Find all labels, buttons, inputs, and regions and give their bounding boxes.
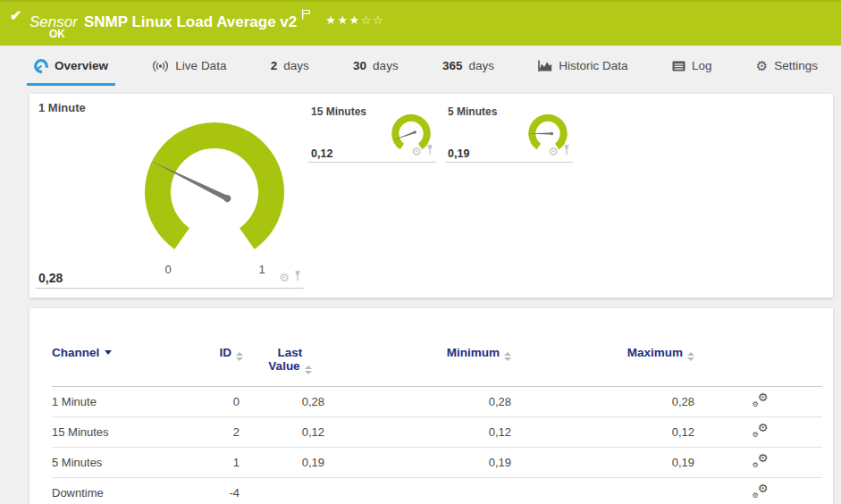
tab-2-days[interactable]: 2 days xyxy=(264,46,316,86)
channel-id: -4 xyxy=(209,478,245,504)
broadcast-icon xyxy=(152,60,169,72)
channel-name: Downtime xyxy=(52,478,209,504)
gauge-value: 0,19 xyxy=(448,147,469,160)
gauge-settings-icon[interactable]: ⚙ xyxy=(411,146,422,157)
log-icon xyxy=(672,61,685,71)
tab-30-days[interactable]: 30 days xyxy=(346,46,406,86)
channel-minimum: 0,12 xyxy=(335,417,515,448)
gauge-icon xyxy=(34,59,48,73)
tab-label: days xyxy=(468,59,494,72)
channel-name: 1 Minute xyxy=(52,387,209,417)
gauge-panel-5-minutes: 5 Minutes 0,19 ⚙ xyxy=(445,105,573,163)
sort-icon xyxy=(305,365,312,374)
channel-maximum: 0,19 xyxy=(515,448,698,478)
col-header-actions xyxy=(698,308,822,387)
gauge-value: 0,12 xyxy=(311,147,332,160)
col-header-minimum[interactable]: Minimum xyxy=(335,308,515,387)
channel-id: 0 xyxy=(209,387,245,417)
channel-maximum xyxy=(515,478,698,504)
channel-name: 15 Minutes xyxy=(52,417,209,448)
channel-last-value: 0,19 xyxy=(245,448,335,478)
tab-label: Overview xyxy=(55,59,108,72)
gauge-settings-icon[interactable]: ⚙ xyxy=(279,272,290,283)
tab-number: 2 xyxy=(271,59,278,72)
gauge-panel-15-minutes: 15 Minutes 0,12 ⚙ xyxy=(308,105,436,163)
tab-historic-data[interactable]: Historic Data xyxy=(531,46,635,86)
priority-stars[interactable]: ★★★☆☆ xyxy=(325,13,384,27)
channel-minimum: 0,28 xyxy=(335,387,515,417)
flag-icon[interactable] xyxy=(301,6,311,23)
tab-365-days[interactable]: 365 days xyxy=(435,46,501,86)
gauges-panel: 1 Minute 0 1 0,28 ⚙ 15 Minutes xyxy=(29,94,833,298)
tab-label: Live Data xyxy=(175,59,226,72)
channel-settings-icon[interactable]: ⚙⚙ xyxy=(753,484,769,499)
table-row-5-minutes[interactable]: 5 Minutes 1 0,19 0,19 0,19 ⚙⚙ xyxy=(52,448,822,478)
status-badge: OK xyxy=(49,28,65,40)
sort-icon xyxy=(687,352,694,361)
gauge-scale-min: 0 xyxy=(161,263,175,276)
channel-maximum: 0,28 xyxy=(515,387,698,417)
tab-number: 30 xyxy=(353,59,366,72)
channel-settings-icon[interactable]: ⚙⚙ xyxy=(753,454,769,468)
tab-label: Historic Data xyxy=(559,59,627,72)
sensor-title: SNMP Linux Load Average v2 xyxy=(84,13,297,30)
channel-settings-icon[interactable]: ⚙⚙ xyxy=(753,393,769,407)
gear-icon: ⚙ xyxy=(756,59,768,72)
sort-desc-icon xyxy=(105,350,112,355)
table-row-1-minute[interactable]: 1 Minute 0 0,28 0,28 0,28 ⚙⚙ xyxy=(52,387,822,417)
channel-minimum: 0,19 xyxy=(335,448,515,478)
pin-icon[interactable] xyxy=(425,143,434,159)
tab-number: 365 xyxy=(442,59,463,72)
area-chart-icon xyxy=(538,60,552,72)
gauge-settings-icon[interactable]: ⚙ xyxy=(548,146,559,157)
channel-id: 2 xyxy=(209,417,245,448)
channel-last-value xyxy=(245,478,335,504)
channel-minimum xyxy=(335,478,515,504)
gauge-value: 0,28 xyxy=(38,271,63,285)
channels-table-panel: Channel ID Last Value Minimum Maximum xyxy=(29,308,833,504)
tab-label: days xyxy=(283,59,309,72)
gauge-title: 1 Minute xyxy=(38,101,86,114)
tab-label: days xyxy=(373,59,399,72)
col-header-id[interactable]: ID xyxy=(209,308,245,387)
tab-overview[interactable]: Overview xyxy=(27,46,115,86)
tab-live-data[interactable]: Live Data xyxy=(145,46,233,86)
channel-settings-icon[interactable]: ⚙⚙ xyxy=(753,424,769,438)
table-row-downtime[interactable]: Downtime -4 ⚙⚙ xyxy=(52,478,822,504)
gauge-scale-max: 1 xyxy=(255,263,269,276)
pin-icon[interactable] xyxy=(293,269,302,285)
table-row-15-minutes[interactable]: 15 Minutes 2 0,12 0,12 0,12 ⚙⚙ xyxy=(52,417,822,448)
tab-settings[interactable]: ⚙ Settings xyxy=(749,46,825,86)
channels-table: Channel ID Last Value Minimum Maximum xyxy=(52,308,822,504)
sort-icon xyxy=(504,352,511,361)
tab-bar: Overview Live Data 2 days 30 days 365 da… xyxy=(0,46,841,86)
status-check-icon: ✔ xyxy=(10,7,21,24)
gauge-title: 5 Minutes xyxy=(448,105,497,118)
tab-label: Log xyxy=(692,59,712,72)
channel-name: 5 Minutes xyxy=(52,448,209,478)
gauge-panel-1-minute: 1 Minute 0 1 0,28 ⚙ xyxy=(36,101,304,289)
sensor-status-banner: ✔ SensorSNMP Linux Load Average v2★★★☆☆ … xyxy=(0,0,841,46)
pin-icon[interactable] xyxy=(562,143,571,159)
channel-id: 1 xyxy=(209,448,245,478)
gauge-chart-1-minute xyxy=(125,107,304,277)
gauge-title: 15 Minutes xyxy=(311,105,366,118)
col-header-channel[interactable]: Channel xyxy=(52,308,209,387)
channel-maximum: 0,12 xyxy=(515,417,698,448)
col-header-maximum[interactable]: Maximum xyxy=(515,308,698,387)
table-header-row: Channel ID Last Value Minimum Maximum xyxy=(52,308,822,387)
tab-label: Settings xyxy=(774,59,818,72)
channel-last-value: 0,28 xyxy=(245,387,335,417)
sort-icon xyxy=(236,352,243,361)
tab-log[interactable]: Log xyxy=(665,46,719,86)
channel-last-value: 0,12 xyxy=(245,417,335,448)
col-header-last-value[interactable]: Last Value xyxy=(245,308,335,387)
